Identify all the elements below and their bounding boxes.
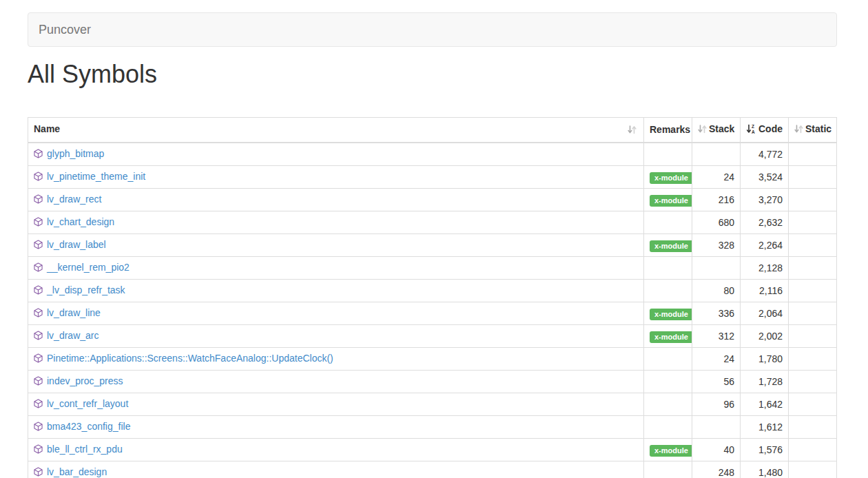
table-row: lv_pinetime_theme_init x-module 24 3,524 [28,165,837,188]
cube-icon [34,284,43,298]
stack-value [692,256,741,279]
symbol-link[interactable]: Pinetime::Applications::Screens::WatchFa… [47,353,333,364]
remarks-cell: x-module [644,233,692,256]
static-value [789,415,837,438]
symbol-link[interactable]: lv_draw_rect [47,194,101,205]
table-row: lv_draw_arc x-module 312 2,002 [28,324,837,347]
cube-icon [34,216,43,230]
symbol-link[interactable]: lv_draw_line [47,307,101,318]
table-row: lv_draw_label x-module 328 2,264 [28,233,837,256]
symbols-table-wrap: Name Remarks Stack Z A Code Static [28,117,837,478]
column-header[interactable]: Z A Code [741,117,789,143]
static-value [789,256,837,279]
table-row: lv_bar_design 248 1,480 [28,461,837,478]
symbol-link[interactable]: lv_draw_arc [47,330,99,341]
symbol-link[interactable]: lv_bar_design [47,466,107,477]
code-value: 2,264 [741,233,789,256]
cube-icon [34,307,43,321]
stack-value: 336 [692,302,741,324]
table-row: Pinetime::Applications::Screens::WatchFa… [28,347,837,370]
symbol-link[interactable]: bma423_config_file [47,421,130,432]
cube-icon [34,398,43,412]
cube-icon [34,262,43,276]
remarks-cell [644,415,692,438]
code-value: 4,772 [741,143,789,166]
x-module-badge: x-module [650,331,692,343]
x-module-badge: x-module [650,195,692,207]
svg-text:A: A [752,129,755,134]
symbol-link[interactable]: glyph_bitmap [47,148,104,159]
symbol-link[interactable]: lv_cont_refr_layout [47,398,128,409]
remarks-cell [644,256,692,279]
code-value: 1,576 [741,438,789,461]
remarks-cell [644,143,692,166]
column-header-label: Code [758,123,783,134]
code-value: 2,002 [741,324,789,347]
column-header-label: Stack [709,123,734,134]
table-row: lv_cont_refr_layout 96 1,642 [28,393,837,415]
remarks-cell [644,211,692,233]
svg-text:Z: Z [752,124,754,129]
symbols-table: Name Remarks Stack Z A Code Static [28,117,837,478]
stack-value: 680 [692,211,741,233]
table-row: lv_draw_rect x-module 216 3,270 [28,188,837,211]
stack-value [692,143,741,166]
static-value [789,211,837,233]
table-row: __kernel_rem_pio2 2,128 [28,256,837,279]
column-header[interactable]: Name [28,117,644,143]
table-row: lv_chart_design 680 2,632 [28,211,837,233]
page-container: Puncover All Symbols Name Remarks Sta [28,12,837,478]
stack-value: 80 [692,279,741,302]
code-value: 1,642 [741,393,789,415]
cube-icon [34,171,43,185]
remarks-cell: x-module [644,324,692,347]
cube-icon [34,330,43,344]
symbol-link[interactable]: indev_proc_press [47,375,123,386]
remarks-cell [644,370,692,393]
stack-value: 24 [692,347,741,370]
table-row: glyph_bitmap 4,772 [28,143,837,166]
column-header-label: Name [34,123,60,134]
cube-icon [34,353,43,366]
symbol-link[interactable]: _lv_disp_refr_task [47,284,125,295]
static-value [789,393,837,415]
sort-both-icon [794,123,803,137]
code-value: 3,524 [741,165,789,188]
symbol-link[interactable]: lv_draw_label [47,239,106,250]
cube-icon [34,148,43,162]
column-header[interactable]: Stack [692,117,741,143]
cube-icon [34,194,43,207]
cube-icon [34,466,43,478]
code-value: 2,128 [741,256,789,279]
sort-both-icon [628,124,637,138]
navbar-brand[interactable]: Puncover [28,13,101,46]
symbol-link[interactable]: ble_ll_ctrl_rx_pdu [47,444,123,455]
static-value [789,438,837,461]
table-header-row: Name Remarks Stack Z A Code Static [28,117,837,143]
x-module-badge: x-module [650,445,692,457]
symbol-link[interactable]: lv_chart_design [47,216,114,227]
column-header[interactable]: Static [789,117,837,143]
navbar: Puncover [28,12,837,47]
page-title: All Symbols [28,61,837,88]
cube-icon [34,421,43,435]
cube-icon [34,239,43,253]
symbol-link[interactable]: __kernel_rem_pio2 [47,262,130,273]
table-row: ble_ll_ctrl_rx_pdu x-module 40 1,576 [28,438,837,461]
symbol-link[interactable]: lv_pinetime_theme_init [47,171,145,182]
stack-value: 312 [692,324,741,347]
table-row: _lv_disp_refr_task 80 2,116 [28,279,837,302]
stack-value [692,415,741,438]
code-value: 2,116 [741,279,789,302]
table-row: bma423_config_file 1,612 [28,415,837,438]
stack-value: 216 [692,188,741,211]
static-value [789,279,837,302]
table-row: indev_proc_press 56 1,728 [28,370,837,393]
remarks-cell [644,347,692,370]
stack-value: 56 [692,370,741,393]
column-header: Remarks [644,117,692,143]
static-value [789,347,837,370]
remarks-cell [644,279,692,302]
remarks-cell: x-module [644,302,692,324]
code-value: 1,480 [741,461,789,478]
